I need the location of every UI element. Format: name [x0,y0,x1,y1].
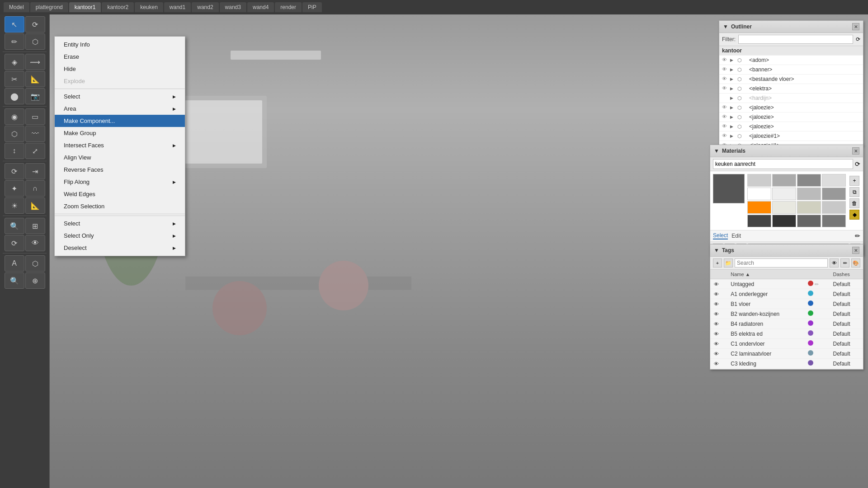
text-tool[interactable]: A [5,255,24,272]
tag-pencil-0[interactable]: ✏ [813,282,819,287]
outliner-item-7[interactable]: 👁▶⬡<jaloezie> [719,113,863,122]
material-swatch-4[interactable] [747,188,771,200]
outliner-filter-input[interactable] [738,35,853,44]
zoom-tool[interactable]: 🔍 [5,218,24,234]
menu-item-3[interactable]: Explode [55,75,185,87]
outliner-item-6[interactable]: 👁▶⬡<jaloezie> [719,103,863,113]
expand-arrow-4[interactable]: ▶ [730,86,736,91]
tags-color-btn[interactable]: 🎨 [851,258,860,267]
protractor-tool[interactable]: 📐 [25,197,45,214]
tag-row-6[interactable]: 👁C1 ondervloerDefault [710,339,863,349]
menu-item-4[interactable]: Select [55,90,185,103]
expand-arrow-3[interactable]: ▶ [730,77,736,81]
menu-item-2[interactable]: Hide [55,63,185,75]
menu-item-9[interactable]: Align View [55,151,185,164]
tab-wand2[interactable]: wand2 [192,2,218,12]
menu-item-8[interactable]: Intersect Faces [55,139,185,151]
tag-color-4[interactable] [804,319,829,329]
tag-row-8[interactable]: 👁C3 kledingDefault [710,359,863,369]
tag-row-3[interactable]: 👁B2 wanden-kozijnenDefault [710,309,863,319]
material-swatch-8[interactable] [747,201,771,214]
tag-row-0[interactable]: 👁Untagged ✏Default [710,279,863,289]
menu-item-16[interactable]: Deselect [55,242,185,254]
component-tool[interactable]: ◈ [5,54,24,70]
tag-eye-6[interactable]: 👁 [710,339,727,349]
material-swatch-3[interactable] [822,174,846,187]
expand-arrow-7[interactable]: ▶ [730,115,736,119]
material-swatch-0[interactable] [747,174,771,187]
eye-icon-1[interactable]: 👁 [722,57,728,63]
tag-color-6[interactable] [804,339,829,349]
tag-color-3[interactable] [804,309,829,319]
tag-color-8[interactable] [804,359,829,369]
menu-item-0[interactable]: Entity Info [55,38,185,51]
tag-eye-5[interactable]: 👁 [710,329,727,339]
tag-eye-0[interactable]: 👁 [710,279,727,289]
tab-kantoor2[interactable]: kantoor2 [102,2,134,12]
shape-tool[interactable]: ⬡ [25,33,45,50]
tag-color-2[interactable] [804,299,829,309]
tab-kantoor1[interactable]: kantoor1 [69,2,101,12]
materials-reload-icon[interactable]: ⟳ [855,160,860,168]
tag-eye-2[interactable]: 👁 [710,299,727,309]
expand-arrow-1[interactable]: ▶ [730,58,736,62]
eye-icon-2[interactable]: 👁 [722,66,728,73]
rect-tool[interactable]: ▭ [25,108,45,125]
arc-tool[interactable]: 〰 [25,126,45,142]
outliner-item-8[interactable]: 👁▶⬡<jaloezie> [719,122,863,131]
intersect-tool[interactable]: ∩ [25,180,45,197]
materials-close-button[interactable]: ✕ [852,147,859,155]
material-swatch-5[interactable] [772,188,796,200]
tag-eye-8[interactable]: 👁 [710,359,727,369]
polygon-tool[interactable]: ⬡ [5,126,24,142]
walk-tool[interactable]: ⟳ [5,235,24,251]
tab-render[interactable]: render [275,2,302,12]
tab-PiP[interactable]: PiP [302,2,322,12]
material-swatch-13[interactable] [772,215,796,227]
material-swatch-7[interactable] [822,188,846,200]
menu-item-14[interactable]: Select [55,217,185,230]
outliner-item-3[interactable]: 👁▶⬡<bestaande vloer> [719,75,863,84]
tag-color-9[interactable] [804,369,829,370]
menu-item-13[interactable]: Zoom Selection [55,200,185,212]
tags-folder-btn[interactable]: 📁 [724,258,733,267]
material-swatch-6[interactable] [797,188,821,200]
expand-arrow-2[interactable]: ▶ [730,67,736,72]
follow-tool[interactable]: ✦ [5,180,24,197]
tag-color-5[interactable] [804,329,829,339]
menu-item-12[interactable]: Weld Edges [55,188,185,200]
tab-plattegrond[interactable]: plattegrond [30,2,68,12]
eye-icon-9[interactable]: 👁 [722,133,728,139]
tag-row-1[interactable]: 👁A1 onderleggerDefault [710,289,863,299]
material-swatch-12[interactable] [747,215,771,227]
tag-color-1[interactable] [804,289,829,299]
tags-add-btn[interactable]: + [713,258,722,267]
material-swatch-11[interactable] [822,201,846,214]
tab-Model[interactable]: Model [4,2,29,12]
outliner-item-4[interactable]: 👁▶⬡<elektra> [719,84,863,94]
eye-icon-4[interactable]: 👁 [722,85,728,92]
tag-row-2[interactable]: 👁B1 vloerDefault [710,299,863,309]
tags-eye-btn[interactable]: 👁 [830,258,839,267]
outliner-item-0[interactable]: kantoor [719,46,863,56]
materials-collapse-icon[interactable]: ▼ [714,148,719,154]
zoom-out-tool[interactable]: ⊕ [25,272,45,289]
tag-eye-4[interactable]: 👁 [710,319,727,329]
tag-eye-7[interactable]: 👁 [710,349,727,359]
tab-wand1[interactable]: wand1 [164,2,191,12]
tags-collapse-icon[interactable]: ▼ [714,247,719,253]
tag-row-4[interactable]: 👁B4 radiatorenDefault [710,319,863,329]
menu-item-11[interactable]: Flip Along [55,176,185,188]
eraser-tool[interactable]: ✂ [5,71,24,87]
menu-item-15[interactable]: Select Only [55,230,185,242]
3d-text-tool[interactable]: ⬡ [25,255,45,272]
shadow-tool[interactable]: ☀ [5,197,24,214]
tags-search-input[interactable] [735,258,828,267]
tags-close-button[interactable]: ✕ [852,247,859,254]
expand-arrow-5[interactable]: ▶ [730,96,736,100]
material-swatch-14[interactable] [797,215,821,227]
expand-arrow-8[interactable]: ▶ [730,124,736,129]
material-delete-btn[interactable]: 🗑 [849,198,859,208]
menu-item-1[interactable]: Erase [55,51,185,63]
rotate-tool[interactable]: ⟳ [5,163,24,179]
